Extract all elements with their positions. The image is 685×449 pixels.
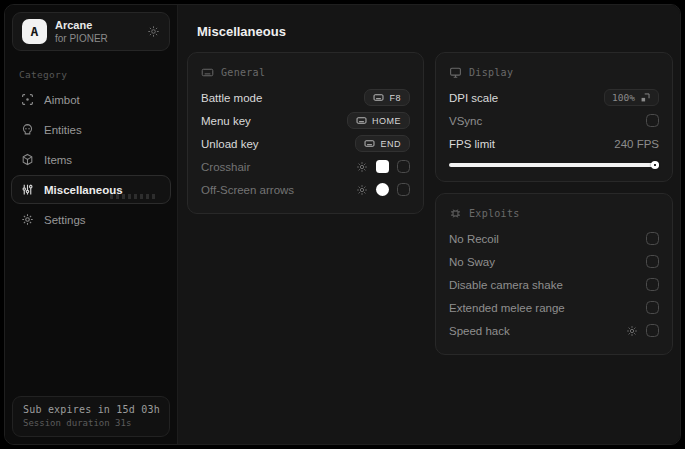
offscreen-arrows-row: Off-Screen arrows	[201, 178, 410, 201]
offscreen-arrows-label: Off-Screen arrows	[201, 184, 294, 196]
sidebar-item-label: Entities	[44, 124, 82, 136]
menu-key-label: Menu key	[201, 115, 251, 127]
gear-icon[interactable]	[356, 161, 368, 173]
crosshair-label: Crosshair	[201, 161, 250, 173]
sidebar-nav: Aimbot Entities Items	[5, 85, 177, 234]
panel-title: Display	[469, 67, 513, 78]
fps-limit-slider[interactable]	[449, 161, 659, 169]
disable-camera-shake-checkbox[interactable]	[646, 278, 659, 291]
display-panel: Display DPI scale 100% VSync	[435, 52, 673, 182]
offscreen-arrows-color-swatch[interactable]	[376, 183, 389, 196]
keyboard-icon	[201, 66, 214, 79]
keybind-value: END	[380, 139, 401, 149]
app-subtitle: for PIONER	[55, 33, 108, 44]
extended-melee-range-checkbox[interactable]	[646, 301, 659, 314]
fps-limit-value: 240 FPS	[614, 138, 659, 150]
disable-camera-shake-row: Disable camera shake	[449, 273, 659, 296]
category-label: Category	[19, 69, 177, 80]
app-logo: A	[22, 19, 47, 44]
right-column: Display DPI scale 100% VSync	[435, 52, 673, 355]
keybind-value: HOME	[372, 116, 401, 126]
battle-mode-keybind[interactable]: F8	[364, 89, 410, 106]
speed-hack-label: Speed hack	[449, 325, 510, 337]
slider-track	[449, 163, 659, 167]
keybind-value: F8	[389, 93, 401, 103]
sidebar-item-label: Aimbot	[44, 94, 80, 106]
scan-icon	[21, 93, 34, 106]
no-recoil-label: No Recoil	[449, 233, 499, 245]
gear-icon[interactable]	[147, 25, 160, 38]
resize-icon	[640, 92, 651, 103]
entities-icon	[21, 123, 34, 136]
fps-limit-label: FPS limit	[449, 138, 495, 150]
panel-title: General	[221, 67, 265, 78]
no-sway-label: No Sway	[449, 256, 495, 268]
page-title: Miscellaneous	[197, 24, 673, 39]
no-recoil-row: No Recoil	[449, 227, 659, 250]
main-content: Miscellaneous General Battle mode	[178, 5, 681, 444]
app-window: A Arcane for PIONER Category Aimbot	[0, 0, 685, 449]
menu-key-row: Menu key HOME	[201, 109, 410, 132]
extended-melee-range-row: Extended melee range	[449, 296, 659, 319]
sidebar-item-settings[interactable]: Settings	[11, 205, 171, 234]
unload-key-keybind[interactable]: END	[355, 135, 410, 152]
sidebar-item-label: Settings	[44, 214, 86, 226]
fps-limit-row: FPS limit 240 FPS	[449, 132, 659, 155]
bug-icon	[449, 207, 462, 220]
offscreen-arrows-checkbox[interactable]	[397, 183, 410, 196]
vsync-row: VSync	[449, 109, 659, 132]
sidebar-item-items[interactable]: Items	[11, 145, 171, 174]
dpi-value-text: 100%	[612, 92, 635, 103]
keyboard-icon	[356, 115, 367, 126]
monitor-icon	[449, 66, 462, 79]
window-frame: A Arcane for PIONER Category Aimbot	[4, 4, 681, 445]
general-panel: General Battle mode F8 Menu key HOM	[187, 52, 424, 214]
dpi-scale-label: DPI scale	[449, 92, 498, 104]
speed-hack-row: Speed hack	[449, 319, 659, 342]
crosshair-color-swatch[interactable]	[376, 160, 389, 173]
sliders-icon	[21, 183, 34, 196]
exploits-panel: Exploits No Recoil No Sway Disable camer…	[435, 193, 673, 355]
dpi-scale-value[interactable]: 100%	[604, 89, 659, 106]
disable-camera-shake-label: Disable camera shake	[449, 279, 563, 291]
sub-expiry-text: Sub expires in 15d 03h	[23, 404, 159, 415]
no-sway-checkbox[interactable]	[646, 255, 659, 268]
sidebar-item-aimbot[interactable]: Aimbot	[11, 85, 171, 114]
extended-melee-range-label: Extended melee range	[449, 302, 565, 314]
items-icon	[21, 153, 34, 166]
panels-container: General Battle mode F8 Menu key HOM	[187, 52, 673, 355]
keyboard-icon	[364, 138, 375, 149]
menu-key-keybind[interactable]: HOME	[347, 112, 410, 129]
slider-knob[interactable]	[651, 161, 659, 169]
gear-icon[interactable]	[626, 325, 638, 337]
no-sway-row: No Sway	[449, 250, 659, 273]
general-panel-header: General	[201, 66, 410, 79]
crosshair-row: Crosshair	[201, 155, 410, 178]
speed-hack-checkbox[interactable]	[646, 324, 659, 337]
unload-key-label: Unload key	[201, 138, 259, 150]
sidebar-item-miscellaneous[interactable]: Miscellaneous	[11, 175, 171, 204]
sidebar-item-label: Items	[44, 154, 72, 166]
no-recoil-checkbox[interactable]	[646, 232, 659, 245]
brand-text: Arcane for PIONER	[55, 19, 108, 44]
keyboard-icon	[373, 92, 384, 103]
subscription-card: Sub expires in 15d 03h Session duration …	[12, 396, 170, 437]
vsync-label: VSync	[449, 115, 482, 127]
vsync-checkbox[interactable]	[646, 114, 659, 127]
sidebar-item-entities[interactable]: Entities	[11, 115, 171, 144]
session-duration-text: Session duration 31s	[23, 418, 159, 428]
crosshair-checkbox[interactable]	[397, 160, 410, 173]
selected-item-decoration	[110, 194, 158, 199]
battle-mode-label: Battle mode	[201, 92, 262, 104]
unload-key-row: Unload key END	[201, 132, 410, 155]
brand-card: A Arcane for PIONER	[12, 12, 170, 51]
dpi-scale-row: DPI scale 100%	[449, 86, 659, 109]
battle-mode-row: Battle mode F8	[201, 86, 410, 109]
gear-icon[interactable]	[356, 184, 368, 196]
gear-icon	[21, 213, 34, 226]
panel-title: Exploits	[469, 208, 520, 219]
sidebar: A Arcane for PIONER Category Aimbot	[5, 5, 178, 444]
exploits-panel-header: Exploits	[449, 207, 659, 220]
app-name: Arcane	[55, 19, 108, 32]
display-panel-header: Display	[449, 66, 659, 79]
